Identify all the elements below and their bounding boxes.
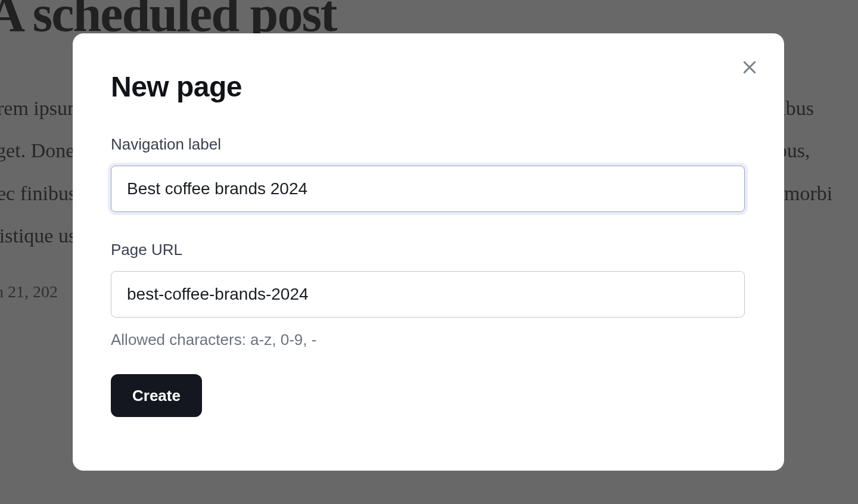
close-button[interactable] (736, 55, 763, 81)
navigation-label-input[interactable] (111, 166, 745, 212)
page-url-input[interactable] (111, 271, 745, 318)
create-button[interactable]: Create (111, 374, 202, 417)
navigation-label-group: Navigation label (111, 135, 746, 212)
modal-title: New page (111, 70, 746, 103)
page-url-label: Page URL (111, 241, 746, 259)
page-url-group: Page URL Allowed characters: a-z, 0-9, - (111, 241, 746, 349)
page-url-hint: Allowed characters: a-z, 0-9, - (111, 331, 746, 349)
new-page-modal: New page Navigation label Page URL Allow… (73, 33, 784, 471)
navigation-label-label: Navigation label (111, 135, 746, 154)
close-icon (741, 58, 758, 78)
